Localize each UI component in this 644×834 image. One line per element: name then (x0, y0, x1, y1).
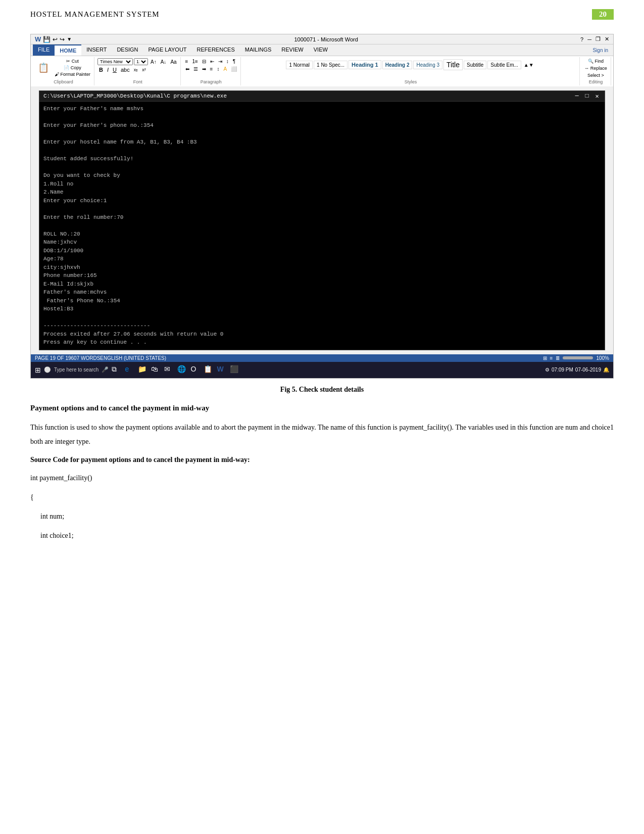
sort-button[interactable]: ↕ (225, 58, 230, 65)
header: HOSTEL MANAGEMENT SYSTEM 20 (0, 0, 644, 25)
line-spacing-button[interactable]: ↕ (215, 66, 221, 72)
align-left-button[interactable]: ⬅ (184, 66, 191, 72)
save-icon[interactable]: 💾 (43, 36, 51, 43)
help-icon[interactable]: ? (580, 36, 583, 42)
align-right-button[interactable]: ➡ (201, 66, 208, 72)
underline-button[interactable]: U (111, 66, 118, 73)
find-button[interactable]: 🔍 Find (583, 58, 609, 64)
align-center-button[interactable]: ☰ (192, 66, 200, 72)
page-info: PAGE 19 OF 19 (35, 355, 71, 361)
tab-file[interactable]: FILE (33, 44, 55, 56)
tab-review[interactable]: REVIEW (276, 44, 308, 56)
multilevel-button[interactable]: ⊟ (201, 58, 208, 65)
cortana-icon[interactable]: 🎤 (102, 366, 109, 373)
opera-icon[interactable]: O (190, 365, 201, 375)
para-row1: ≡ 1≡ ⊟ ⇤ ⇥ ↕ ¶ (184, 58, 239, 65)
style-subtle-em[interactable]: Subtle Em... (487, 61, 521, 69)
style-normal[interactable]: 1 Normal (286, 61, 313, 69)
signin-link[interactable]: Sign in (589, 44, 611, 56)
bullets-button[interactable]: ≡ (184, 58, 190, 65)
subscript-button[interactable]: x₂ (132, 67, 140, 73)
edge-icon[interactable]: e (125, 365, 135, 375)
grow-font-button[interactable]: A↑ (149, 59, 158, 65)
cut-button[interactable]: ✂ Cut (53, 58, 92, 64)
styles-expand-button[interactable]: ▲▼ (522, 62, 535, 68)
minimize-icon[interactable]: ─ (587, 36, 591, 42)
copy-button[interactable]: 📄 Copy (53, 65, 92, 71)
replace-button[interactable]: ↔ Replace (583, 65, 609, 71)
style-no-spec[interactable]: 1 No Spec... (314, 61, 348, 69)
italic-button[interactable]: I (106, 66, 110, 73)
tab-insert[interactable]: INSERT (81, 44, 112, 56)
figure-caption-text: Fig 5. Check student details (280, 386, 364, 393)
ribbon-group-styles: 1 Normal 1 No Spec... Heading 1 Heading … (242, 57, 580, 85)
justify-button[interactable]: ≡ (209, 66, 215, 72)
start-button[interactable]: ⊞ (35, 366, 41, 374)
select-button[interactable]: Select > (583, 72, 609, 78)
style-title[interactable]: Title (443, 59, 463, 70)
tab-design[interactable]: DESIGN (112, 44, 143, 56)
numbering-button[interactable]: 1≡ (190, 58, 199, 65)
chrome-icon[interactable]: 🌐 (177, 365, 187, 375)
font-size-select[interactable]: 12 (134, 58, 148, 65)
restore-icon[interactable]: ❐ (596, 36, 601, 42)
style-heading3[interactable]: Heading 3 (413, 61, 442, 69)
code-line-2: { (30, 490, 614, 504)
store-icon[interactable]: 🛍 (151, 365, 161, 375)
superscript-button[interactable]: x² (140, 67, 147, 73)
strikethrough-button[interactable]: abc (119, 66, 131, 73)
taskbar-right: ⚙ 07:09 PM 07-06-2019 🔔 (545, 367, 609, 373)
notification-icon[interactable]: 🔔 (603, 367, 609, 373)
style-heading1[interactable]: Heading 1 (349, 60, 381, 69)
font-label: Font (133, 79, 142, 84)
close-icon[interactable]: ✕ (605, 36, 609, 42)
view-web-icon[interactable]: ≡ (550, 355, 553, 361)
paragraph-label: Paragraph (201, 79, 222, 84)
word-taskbar-icon[interactable]: W (217, 365, 227, 375)
shrink-font-button[interactable]: A↓ (159, 59, 168, 65)
page-number-badge: 20 (592, 9, 614, 20)
style-heading2[interactable]: Heading 2 (382, 61, 413, 69)
tab-home[interactable]: HOME (55, 44, 81, 56)
tab-page-layout[interactable]: PAGE LAYOUT (143, 44, 192, 56)
style-subtitle[interactable]: Subtitle (464, 61, 486, 69)
show-hide-button[interactable]: ¶ (231, 58, 237, 65)
font-row2: B I U abc x₂ x² (97, 66, 178, 73)
paste-button[interactable]: 📋 (35, 61, 52, 74)
clear-format-button[interactable]: Aa (169, 59, 178, 65)
redo-icon[interactable]: ↪ (60, 36, 65, 43)
cmd-close-button[interactable]: ✕ (593, 92, 601, 100)
apps-icon[interactable]: ⬛ (230, 365, 240, 375)
windows-taskbar: ⊞ ⚪ Type here to search 🎤 ⧉ e 📁 🛍 ✉ 🌐 O … (31, 362, 613, 378)
files-icon[interactable]: 📁 (138, 365, 148, 375)
taskbar-left: ⊞ ⚪ Type here to search 🎤 ⧉ e 📁 🛍 ✉ 🌐 O … (35, 365, 240, 375)
search-icon[interactable]: ⚪ (44, 366, 51, 373)
borders-button[interactable]: ⬜ (229, 66, 238, 72)
zoom-slider[interactable] (563, 356, 593, 359)
tab-references[interactable]: REFERENCES (192, 44, 240, 56)
task-icon[interactable]: 📋 (204, 365, 214, 375)
settings-icon[interactable]: ⚙ (545, 367, 550, 373)
view-print-icon[interactable]: ⊞ (543, 355, 547, 361)
undo-icon[interactable]: ↩ (53, 36, 58, 43)
task-view-icon[interactable]: ⧉ (112, 365, 122, 375)
decrease-indent-button[interactable]: ⇤ (209, 58, 216, 65)
format-painter-button[interactable]: 🖌 Format Painter (53, 71, 92, 77)
view-read-icon[interactable]: ≣ (556, 355, 560, 361)
shading-button[interactable]: A (222, 66, 228, 72)
font-family-select[interactable]: Times New Ro (97, 58, 133, 65)
editing-label: Editing (589, 79, 603, 84)
search-input-taskbar[interactable]: Type here to search (54, 367, 98, 373)
tab-view[interactable]: VIEW (309, 44, 333, 56)
increase-indent-button[interactable]: ⇥ (217, 58, 224, 65)
mail-icon[interactable]: ✉ (164, 365, 174, 375)
subheading-bold: Source Code for payment options and to c… (30, 456, 614, 464)
bold-button[interactable]: B (97, 66, 105, 73)
tab-mailings[interactable]: MAILINGS (240, 44, 277, 56)
section-heading: Payment options and to cancel the paymen… (30, 403, 614, 413)
ribbon-group-font: Times New Ro 12 A↑ A↓ Aa B I U abc (95, 57, 181, 85)
cmd-minimize-button[interactable]: ─ (573, 92, 580, 100)
clipboard-top: 📋 ✂ Cut 📄 Copy 🖌 Format Painter (35, 58, 92, 77)
cmd-maximize-button[interactable]: □ (583, 92, 590, 100)
dropdown-icon[interactable]: ▼ (67, 36, 72, 42)
